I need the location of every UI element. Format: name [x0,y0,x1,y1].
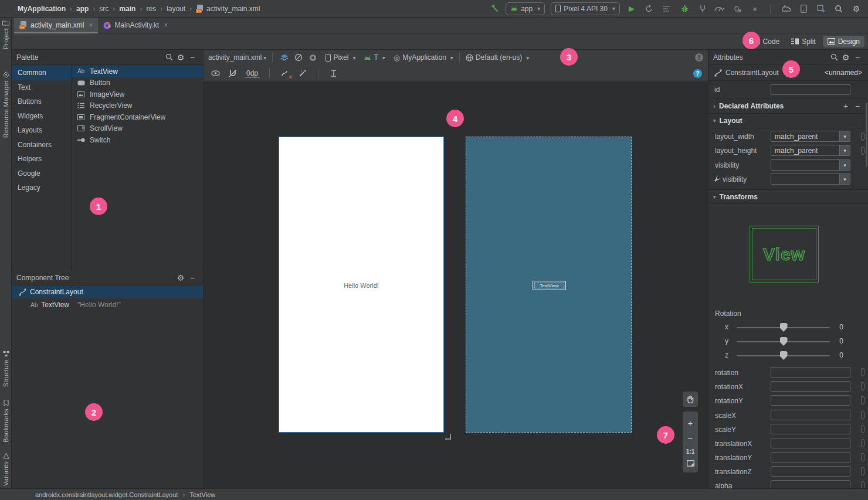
hide-panel-icon[interactable]: − [852,52,863,63]
night-mode-icon[interactable] [307,52,318,63]
pan-button[interactable] [683,392,698,407]
gear-icon[interactable]: ⚙ [840,52,852,63]
breadcrumb-layout[interactable]: layout [167,5,185,13]
api-version-select[interactable]: T ▾ [364,53,385,62]
palette-category-text[interactable]: Text [12,80,71,95]
design-canvas[interactable]: Hello World! TextView + − 1:1 [204,82,708,488]
mode-split-button[interactable]: Split [786,36,820,47]
tab-activity-main-xml[interactable]: <> activity_main.xml × [14,18,98,33]
palette-category-legacy[interactable]: Legacy [12,181,71,195]
tools-visibility-select[interactable]: ▾ [771,174,850,185]
design-view-device-screen[interactable]: Hello World! [279,137,444,433]
target-device-select[interactable]: Pixel 4 API 30 ▾ [551,2,620,15]
zoom-in-button[interactable]: + [688,418,693,428]
tools-toggle-pill[interactable] [861,439,864,447]
rotation-z-slider[interactable] [737,355,830,356]
infer-constraints-wand-icon[interactable] [297,67,308,79]
breadcrumb-app[interactable]: app [76,5,89,13]
design-surface-select-icon[interactable] [279,52,290,63]
scaleX-input[interactable] [771,410,850,420]
palette-category-containers[interactable]: Containers [12,138,71,152]
blueprint-view-device-screen[interactable]: TextView [466,137,632,433]
zoom-actual-size-button[interactable]: 1:1 [686,448,694,455]
hide-panel-icon[interactable]: − [187,272,198,284]
rotation-y-slider[interactable] [737,341,830,342]
close-icon[interactable]: × [89,21,93,29]
tools-toggle-pill[interactable] [861,368,864,376]
alpha-input[interactable] [771,480,850,488]
scaleY-input[interactable] [771,424,850,434]
attributes-scrollbar[interactable] [866,103,867,167]
device-resize-handle[interactable] [445,434,451,440]
tool-window-resource-manager[interactable]: Resource Manager [0,72,12,138]
tool-window-bookmarks[interactable]: Bookmarks [0,400,12,443]
rerun-icon[interactable] [643,3,655,15]
search-icon[interactable] [828,52,840,63]
palette-item-imageview[interactable]: ImageView [72,89,203,100]
palette-category-google[interactable]: Google [12,166,71,181]
palette-item-scrollview[interactable]: ScrollView [72,123,203,135]
stop-button[interactable]: ■ [749,3,761,15]
run-configuration-select[interactable]: app ▾ [506,2,545,15]
apply-changes-bug-icon[interactable] [731,3,743,15]
zoom-out-button[interactable]: − [688,433,693,443]
tools-toggle-pill[interactable] [861,132,864,141]
palette-item-fragmentcontainerview[interactable]: FragmentContainerView [72,111,203,123]
palette-item-recyclerview[interactable]: RecyclerView [72,100,203,112]
rotation-x-slider[interactable] [737,327,830,328]
translationY-input[interactable] [771,452,850,462]
help-icon[interactable]: ? [693,69,702,78]
device-select[interactable]: Pixel ▾ [326,53,355,62]
palette-item-textview[interactable]: Ab TextView [72,66,203,77]
orientation-icon[interactable] [293,52,304,63]
tools-toggle-pill[interactable] [861,382,864,390]
palette-item-switch[interactable]: Switch [72,134,203,146]
layout-width-select[interactable]: match_parent ▾ [771,131,850,142]
add-attribute-button[interactable]: + [840,100,852,112]
sdk-manager-icon[interactable] [815,3,827,15]
remove-attribute-button[interactable]: − [852,100,863,112]
tools-toggle-pill[interactable] [861,147,864,155]
mode-design-button[interactable]: Design [823,36,864,47]
clear-constraints-icon[interactable]: × [279,67,291,79]
breadcrumb-src[interactable]: src [99,5,108,13]
search-icon[interactable] [833,3,845,15]
tools-toggle-pill[interactable] [861,453,864,461]
guidelines-icon[interactable] [328,67,340,79]
layout-height-select[interactable]: match_parent ▾ [771,145,850,156]
rotationY-input[interactable] [771,395,850,406]
gradle-sync-icon[interactable] [780,3,792,15]
tree-item-constraintlayout[interactable]: ConstraintLayout [12,285,203,298]
default-margins-button[interactable]: 0dp [245,69,260,78]
tree-item-textview[interactable]: Ab TextView "Hello World!" [12,298,203,311]
close-icon[interactable]: × [164,21,168,29]
issue-panel-icon[interactable]: ! [695,53,703,62]
translationX-input[interactable] [771,438,850,448]
hide-panel-icon[interactable]: − [187,52,198,63]
tools-toggle-pill[interactable] [861,425,864,433]
zoom-to-fit-button[interactable] [687,460,694,467]
debug-bug-icon[interactable] [679,3,690,15]
status-path-textview[interactable]: TextView [189,491,215,498]
gear-icon[interactable]: ⚙ [175,272,187,284]
view-options-eye-icon[interactable] [209,67,221,79]
profiler-icon[interactable] [714,3,725,15]
rotationX-input[interactable] [771,381,850,392]
tools-toggle-pill[interactable] [861,481,864,488]
palette-category-buttons[interactable]: Buttons [12,94,71,109]
profile-list-icon[interactable] [661,3,673,15]
translationZ-input[interactable] [771,466,850,477]
palette-category-common[interactable]: Common [12,66,71,80]
rotation-input[interactable] [771,367,850,377]
run-button[interactable]: ▶ [626,3,638,15]
breadcrumb-main[interactable]: main [119,5,135,13]
blueprint-textview[interactable]: TextView [533,281,566,290]
layout-section-header[interactable]: ▾Layout [708,114,868,128]
breadcrumb-file[interactable]: activity_main.xml [206,5,260,13]
tools-toggle-pill[interactable] [861,396,864,404]
transforms-section-header[interactable]: ▾Transforms [708,189,868,204]
declared-attributes-section[interactable]: ›Declared Attributes + − [708,98,868,114]
hello-world-textview[interactable]: Hello World! [279,282,443,289]
locale-select[interactable]: Default (en-us) ▾ [466,53,529,62]
tools-toggle-pill[interactable] [861,467,864,475]
